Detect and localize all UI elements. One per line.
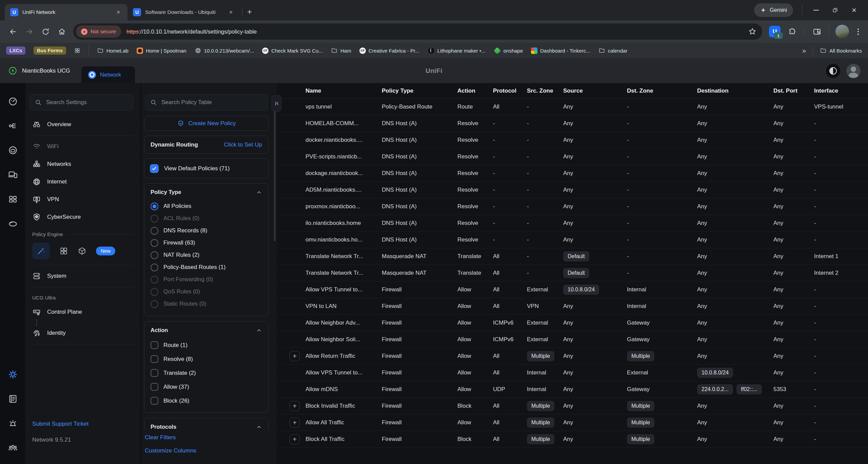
- bookmark-item[interactable]: CFCreative Fabrica - Pr...: [359, 47, 419, 54]
- gemini-button[interactable]: Gemini: [754, 3, 793, 17]
- bookmark-item[interactable]: [74, 47, 80, 54]
- address-bar[interactable]: × Not secure https://10.0.10.1/network/d…: [73, 23, 762, 40]
- bookmark-item[interactable]: onshape: [494, 48, 523, 54]
- settings-search-input[interactable]: Search Settings: [29, 94, 133, 111]
- radio-unselected[interactable]: [151, 239, 158, 247]
- bookmark-item[interactable]: calendar: [598, 47, 628, 54]
- back-button[interactable]: [5, 23, 21, 40]
- extensions-puzzle-icon[interactable]: [784, 23, 800, 40]
- search-tabs-icon[interactable]: [809, 23, 825, 40]
- table-row[interactable]: VPN to LANFirewallAllowAllVPNAnyInternal…: [277, 298, 868, 315]
- submit-support-ticket-link[interactable]: Submit Support Ticket: [32, 421, 88, 427]
- view-default-checkbox[interactable]: [150, 164, 159, 173]
- customize-columns-link[interactable]: Customize Columns: [145, 447, 273, 454]
- policy-engine-grid-button[interactable]: [59, 247, 68, 255]
- radio-unselected[interactable]: [151, 251, 158, 259]
- table-row[interactable]: Allow Neighbor Adv...FirewallAllowICMPv6…: [277, 315, 868, 331]
- expand-row-button[interactable]: +: [290, 418, 300, 428]
- action-option[interactable]: Route (1): [151, 338, 262, 352]
- tab-close-icon[interactable]: ×: [227, 8, 235, 16]
- table-row[interactable]: ilo.nianticbooks.homeDNS Host (A)Resolve…: [277, 215, 868, 232]
- policy-type-option[interactable]: NAT Rules (2): [151, 249, 262, 261]
- account-avatar[interactable]: [846, 64, 861, 78]
- column-header[interactable]: Name: [305, 88, 382, 94]
- table-row[interactable]: Allow VPS Tunnel to...FirewallAllowAllIn…: [277, 365, 868, 381]
- bookmarks-overflow-icon[interactable]: »: [802, 47, 806, 55]
- tab-close-icon[interactable]: ×: [115, 8, 122, 16]
- policy-type-option[interactable]: Firewall (63): [151, 237, 262, 249]
- radio-unselected[interactable]: [151, 227, 158, 235]
- forward-button[interactable]: [21, 23, 37, 40]
- tab-unifi-network[interactable]: U UniFi Network ×: [5, 4, 127, 20]
- action-header[interactable]: Action: [151, 327, 262, 333]
- checkbox-unchecked[interactable]: [151, 341, 158, 349]
- tab-software-downloads[interactable]: U Software Downloads - Ubiquiti ×: [127, 4, 240, 20]
- theme-toggle[interactable]: [826, 64, 840, 78]
- policy-type-option[interactable]: All Policies: [151, 200, 262, 212]
- column-header[interactable]: Policy Type: [382, 88, 457, 94]
- create-new-policy-button[interactable]: Create New Policy: [144, 116, 269, 131]
- policy-engine-cube-button[interactable]: [78, 247, 86, 255]
- policy-type-header[interactable]: Policy Type: [151, 189, 262, 195]
- new-tab-button[interactable]: +: [244, 7, 255, 17]
- radio-selected[interactable]: [151, 202, 158, 210]
- radio-unselected[interactable]: [151, 300, 158, 308]
- policy-type-option[interactable]: QoS Rules (0): [151, 286, 262, 298]
- table-row[interactable]: Allow VPS Tunnel to...FirewallAllowAllEx…: [277, 282, 868, 298]
- table-row[interactable]: docker.nianticbooks....DNS Host (A)Resol…: [277, 132, 868, 149]
- bookmark-item[interactable]: Ham: [331, 47, 351, 54]
- bookmark-item[interactable]: Bus Forms: [34, 46, 66, 55]
- table-row[interactable]: AD5M.nianticbooks....DNS Host (A)Resolve…: [277, 182, 868, 198]
- bookmark-item[interactable]: Dashboard - Tinkerc...: [531, 47, 590, 54]
- table-row[interactable]: dockage.nianticbook...DNS Host (A)Resolv…: [277, 165, 868, 182]
- panel-scrollbar[interactable]: [274, 95, 276, 241]
- clients-icon[interactable]: [8, 194, 18, 204]
- policy-type-option[interactable]: Policy-Based Routes (1): [151, 261, 262, 273]
- expand-row-button[interactable]: +: [290, 401, 300, 411]
- home-button[interactable]: [54, 23, 70, 40]
- action-option[interactable]: Resolve (8): [151, 352, 262, 366]
- dashboard-icon[interactable]: [8, 96, 18, 107]
- all-bookmarks-button[interactable]: All Bookmarks: [820, 47, 862, 54]
- bookmark-item[interactable]: Lithophane maker •...: [428, 47, 486, 54]
- close-window-button[interactable]: ×: [849, 5, 859, 15]
- table-row[interactable]: Translate Network Tr...Masquerade NATTra…: [277, 248, 868, 265]
- topology-icon[interactable]: [8, 121, 18, 131]
- alerts-icon[interactable]: [8, 418, 18, 428]
- table-row[interactable]: +Block Invalid TrafficFirewallBlockAllMu…: [277, 398, 868, 414]
- restore-button[interactable]: [830, 5, 840, 15]
- coverage-icon[interactable]: [8, 218, 18, 229]
- table-row[interactable]: +Block All TrafficFirewallBlockAllMultip…: [277, 431, 868, 448]
- table-row[interactable]: Translate Network Tr...Masquerade NATTra…: [277, 265, 868, 282]
- bookmark-item[interactable]: Home | Spoolman: [137, 47, 186, 54]
- sidebar-item-control-plane[interactable]: Control Plane: [25, 303, 141, 321]
- sidebar-item-wifi[interactable]: WiFi: [25, 138, 141, 155]
- column-header[interactable]: Destination: [697, 88, 773, 94]
- action-option[interactable]: Translate (2): [151, 366, 262, 380]
- checkbox-unchecked[interactable]: [151, 369, 158, 377]
- not-secure-badge[interactable]: × Not secure: [76, 25, 121, 38]
- table-row[interactable]: vps tunnelPolicy-Based RouteRouteAll-Any…: [277, 99, 868, 115]
- profile-avatar[interactable]: [835, 25, 849, 38]
- view-default-policies-row[interactable]: View Default Policies (71): [144, 158, 269, 178]
- table-row[interactable]: +Allow Return TrafficFirewallAllowAllMul…: [277, 348, 868, 365]
- action-option[interactable]: Allow (37): [151, 380, 262, 394]
- bookmark-item[interactable]: LXCs: [6, 46, 25, 55]
- expand-row-button[interactable]: +: [290, 351, 300, 361]
- table-row[interactable]: HOMELAB-COMM...DNS Host (A)Resolve--Any-…: [277, 115, 868, 132]
- collapse-panel-button[interactable]: [272, 95, 281, 112]
- checkbox-unchecked[interactable]: [151, 355, 158, 363]
- column-header[interactable]: Dst. Zone: [627, 88, 697, 94]
- sidebar-item-networks[interactable]: Networks: [25, 155, 141, 173]
- policy-search-input[interactable]: Search Policy Table: [145, 94, 268, 111]
- clear-filters-link[interactable]: Clear Filters: [145, 434, 273, 441]
- policy-type-option[interactable]: DNS Records (8): [151, 225, 262, 237]
- table-row[interactable]: omv.nianticbooks.ho...DNS Host (A)Resolv…: [277, 232, 868, 248]
- radio-unselected[interactable]: [151, 264, 158, 271]
- column-header[interactable]: Source: [563, 88, 627, 94]
- bookmark-item[interactable]: 10.0.0.213/webcam/...: [195, 47, 254, 54]
- dynamic-routing-setup-link[interactable]: Click to Set Up: [224, 141, 262, 148]
- browser-menu-icon[interactable]: [853, 26, 863, 37]
- sidebar-item-system[interactable]: System: [25, 267, 141, 285]
- sidebar-item-overview[interactable]: Overview: [25, 116, 141, 133]
